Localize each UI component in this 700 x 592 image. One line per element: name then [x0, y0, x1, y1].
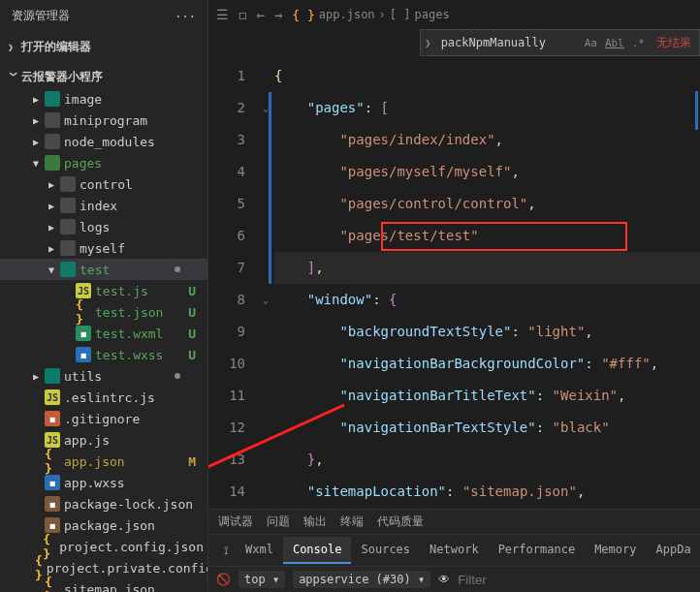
- code-editor[interactable]: 123456789101112131415 ⌄⌄ { "pages": [ "p…: [208, 56, 700, 509]
- status-badge: U: [188, 284, 196, 298]
- eye-icon[interactable]: 👁: [438, 573, 450, 586]
- tree-item-index[interactable]: ▶index: [0, 195, 207, 216]
- file-icon: [60, 240, 76, 256]
- line-gutter: 123456789101112131415: [208, 56, 257, 509]
- file-icon: ◼: [76, 347, 91, 362]
- list-icon[interactable]: ☰: [216, 7, 229, 22]
- tree-item-project-private-config-js-[interactable]: { }project.private.config.js...: [0, 557, 207, 578]
- tree-item-app-json[interactable]: { }app.jsonM: [0, 451, 207, 472]
- dbg-tab2-AppDa[interactable]: AppDa: [646, 537, 700, 564]
- tree-item-app-js[interactable]: JSapp.js: [0, 429, 207, 451]
- chevron-icon: ▶: [33, 371, 43, 382]
- tree-item-logs[interactable]: ▶logs: [0, 216, 207, 237]
- tree-item-miniprogram[interactable]: ▶miniprogram: [0, 109, 207, 131]
- code-line-8[interactable]: "window": {: [274, 284, 700, 316]
- filter-input[interactable]: [458, 573, 621, 587]
- code-body[interactable]: { "pages": [ "pages/index/index", "pages…: [274, 56, 700, 509]
- dbg-tab2-Sources[interactable]: Sources: [351, 537, 420, 564]
- section-project[interactable]: ❯ 云报警器小程序: [0, 66, 207, 88]
- find-toggle-icon[interactable]: ❯: [421, 37, 435, 49]
- sidebar: 资源管理器 ··· ❯ 打开的编辑器 ❯ 云报警器小程序 ▶image▶mini…: [0, 0, 208, 592]
- chevron-icon: ▶: [33, 94, 43, 105]
- chevron-right-icon: ❯: [8, 42, 19, 52]
- code-line-14[interactable]: "sitemapLocation": "sitemap.json",: [274, 476, 700, 508]
- tree-item-node_modules[interactable]: ▶node_modules: [0, 131, 207, 152]
- dbg-tab2-Performance[interactable]: Performance: [489, 537, 585, 564]
- dbg-tab-输出[interactable]: 输出: [303, 514, 327, 530]
- code-line-1[interactable]: {: [274, 60, 700, 92]
- code-line-3[interactable]: "pages/index/index",: [274, 124, 700, 156]
- context-appservice[interactable]: appservice (#30) ▾: [293, 571, 430, 588]
- tree-label: package.json: [64, 518, 155, 533]
- tree-item--eslintrc-js[interactable]: JS.eslintrc.js: [0, 387, 207, 408]
- nav-fwd-icon[interactable]: →: [274, 7, 282, 22]
- tree-item-test-json[interactable]: { }test.jsonU: [0, 301, 207, 323]
- tree-label: .eslintrc.js: [64, 390, 155, 405]
- tree-item-sitemap-json[interactable]: { }sitemap.json: [0, 578, 207, 592]
- dbg-tab2-Memory[interactable]: Memory: [585, 537, 646, 564]
- tree-item-control[interactable]: ▶control: [0, 173, 207, 195]
- regex-icon[interactable]: .*: [628, 37, 649, 49]
- find-input[interactable]: packNpmManually: [435, 36, 581, 49]
- section-open-editors[interactable]: ❯ 打开的编辑器: [0, 36, 207, 58]
- match-case-icon[interactable]: Aa: [581, 37, 601, 49]
- bookmark-icon[interactable]: ◻: [239, 7, 246, 22]
- sidebar-title: 资源管理器: [12, 8, 70, 24]
- tree-label: miniprogram: [64, 113, 147, 128]
- tree-item-myself[interactable]: ▶myself: [0, 237, 207, 259]
- code-line-4[interactable]: "pages/myself/myself",: [274, 156, 700, 188]
- file-icon: [60, 219, 76, 234]
- json-icon: { }: [292, 8, 314, 22]
- code-line-2[interactable]: "pages": [: [274, 92, 700, 124]
- dbg-tab2-Wxml[interactable]: Wxml: [236, 537, 283, 564]
- code-line-15[interactable]: "tabBar": {: [274, 508, 700, 509]
- tree-item-test-wxml[interactable]: ◼test.wxmlU: [0, 323, 207, 344]
- code-line-12[interactable]: "navigationBarTextStyle": "black": [274, 412, 700, 444]
- file-icon: JS: [45, 389, 60, 405]
- nav-back-icon[interactable]: ←: [256, 7, 264, 22]
- status-badge: M: [188, 454, 196, 469]
- tree-item-test-js[interactable]: JStest.jsU: [0, 280, 207, 301]
- context-top[interactable]: top ▾: [239, 571, 285, 588]
- code-line-13[interactable]: },: [274, 444, 700, 476]
- more-icon[interactable]: ···: [175, 10, 196, 23]
- file-icon: JS: [45, 432, 60, 448]
- tree-item-project-config-json[interactable]: { }project.config.json: [0, 536, 207, 557]
- tree-label: app.wxss: [64, 476, 125, 490]
- clear-icon[interactable]: 🚫: [216, 573, 231, 586]
- code-line-7[interactable]: ],: [274, 252, 700, 284]
- tree-item-test[interactable]: ▼test: [0, 259, 207, 280]
- dbg-tab-问题[interactable]: 问题: [267, 514, 290, 530]
- tree-label: node_modules: [64, 135, 155, 149]
- dbg-tab2-Console[interactable]: Console: [283, 537, 352, 564]
- dbg-tab2-Network[interactable]: Network: [420, 537, 489, 564]
- tree-item-app-wxss[interactable]: ◼app.wxss: [0, 472, 207, 493]
- tree-label: myself: [80, 241, 125, 256]
- breadcrumb[interactable]: { } app.json › [ ] pages: [292, 8, 449, 22]
- code-line-11[interactable]: "navigationBarTitleText": "Weixin",: [274, 380, 700, 412]
- dbg-tab-代码质量[interactable]: 代码质量: [377, 514, 424, 530]
- chevron-icon: ▼: [33, 158, 43, 169]
- whole-word-icon[interactable]: Abl: [601, 37, 628, 49]
- tree-item-package-json[interactable]: ◼package.json: [0, 514, 207, 536]
- tree-label: pages: [64, 156, 102, 171]
- dbg-tab-调试器[interactable]: 调试器: [218, 514, 253, 530]
- tree-item-image[interactable]: ▶image: [0, 88, 207, 109]
- tree-item-pages[interactable]: ▼pages: [0, 152, 207, 173]
- code-line-10[interactable]: "navigationBarBackgroundColor": "#fff",: [274, 348, 700, 380]
- tree-label: sitemap.json: [64, 582, 155, 593]
- dirty-dot: [175, 373, 180, 379]
- dbg-tab-终端[interactable]: 终端: [340, 514, 364, 530]
- tree-item-test-wxss[interactable]: ◼test.wxssU: [0, 344, 207, 365]
- inspect-icon[interactable]: ⟟: [216, 544, 236, 557]
- code-line-6[interactable]: "pages/test/test": [274, 220, 700, 252]
- tree-item--gitignore[interactable]: ◼.gitignore: [0, 408, 207, 429]
- tree-item-package-lock-json[interactable]: ◼package-lock.json: [0, 493, 207, 514]
- tree-item-utils[interactable]: ▶utils: [0, 365, 207, 387]
- find-bar: ❯ packNpmManually Aa Abl .* 无结果: [420, 29, 700, 56]
- file-icon: { }: [45, 581, 60, 592]
- code-line-5[interactable]: "pages/control/control",: [274, 188, 700, 220]
- code-line-9[interactable]: "backgroundTextStyle": "light",: [274, 316, 700, 348]
- tree-label: app.js: [64, 433, 110, 448]
- file-icon: { }: [35, 560, 43, 576]
